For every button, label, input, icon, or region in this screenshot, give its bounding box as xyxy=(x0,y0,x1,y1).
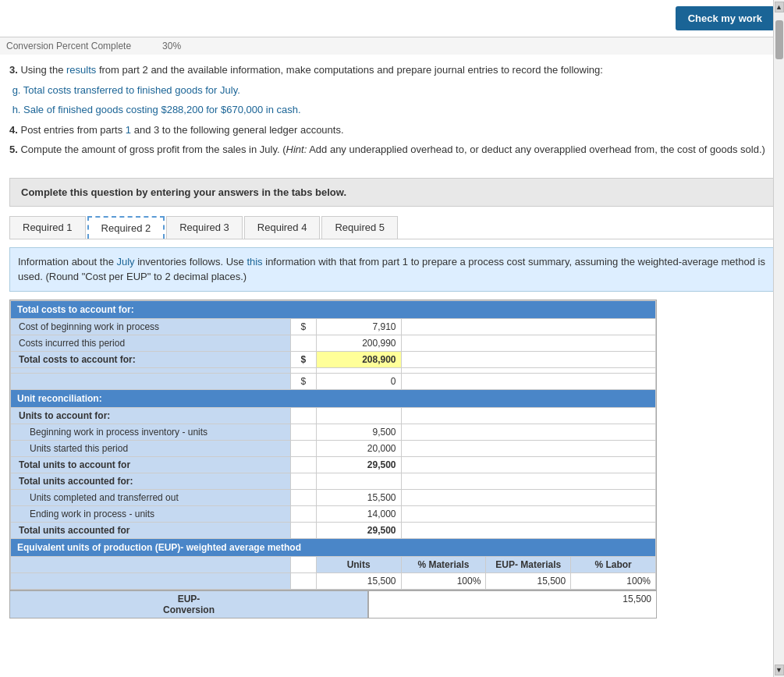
cost-beginning-value: 7,910 xyxy=(316,318,401,335)
eup-partial-row: 15,500 100% 15,500 100% xyxy=(11,572,656,589)
conversion-label: Conversion Percent Complete xyxy=(6,41,131,51)
total-units-account-value: 29,500 xyxy=(316,456,401,473)
instructions: 3. Using the results from part 2 and the… xyxy=(9,55,775,168)
eup-dollar-empty xyxy=(291,556,317,572)
eup-col-units: Units xyxy=(316,556,401,572)
main-table: Total costs to account for: Cost of begi… xyxy=(9,300,657,590)
total-units-account-row: Total units to account for 29,500 xyxy=(11,456,656,473)
total-units-accounted-for-header-row: Total units accounted for: xyxy=(11,473,656,489)
content-area: 3. Using the results from part 2 and the… xyxy=(0,55,784,628)
eup-col-headers-row: Units % Materials EUP- Materials % Labor xyxy=(11,556,656,572)
zero-value[interactable]: 0 xyxy=(316,373,401,389)
tab-required4[interactable]: Required 4 xyxy=(244,216,321,239)
zero-label xyxy=(11,373,291,389)
total-units-account-empty xyxy=(401,456,655,473)
eup-partial-eup-mat[interactable]: 15,500 xyxy=(486,572,571,589)
total-units-accounted-row-value: 29,500 xyxy=(316,522,401,538)
eup-partial-dollar xyxy=(291,572,317,589)
eup-partial-pct-mat[interactable]: 100% xyxy=(401,572,486,589)
bwip-units-row: Beginning work in process inventory - un… xyxy=(11,424,656,440)
tabs-container: Required 1 Required 2 Required 3 Require… xyxy=(9,216,775,239)
eup-col-eup-materials: EUP- Materials xyxy=(486,556,571,572)
eup-conversion-value[interactable]: 15,500 xyxy=(368,590,657,619)
total-costs-row: Total costs to account for: $ 208,900 xyxy=(11,351,656,367)
empty-row xyxy=(11,367,656,373)
total-units-accounted-dollar xyxy=(291,473,317,489)
units-started-row: Units started this period 20,000 xyxy=(11,440,656,456)
units-completed-empty xyxy=(401,489,655,505)
instruction-5: 5. Compute the amount of gross profit fr… xyxy=(9,142,775,158)
units-started-dollar xyxy=(291,440,317,456)
complete-box: Complete this question by entering your … xyxy=(9,178,775,207)
cost-beginning-dollar: $ xyxy=(291,318,317,335)
eup-partial-pct-labor[interactable]: 100% xyxy=(571,572,656,589)
total-costs-dollar: $ xyxy=(291,351,317,367)
scrollbar[interactable]: ▲ ▼ xyxy=(773,0,784,628)
ewip-units-value: 14,000 xyxy=(316,505,401,522)
instruction-g: g. Total costs transferred to finished g… xyxy=(9,83,775,98)
scroll-thumb[interactable] xyxy=(775,20,783,59)
costs-incurred-value: 200,990 xyxy=(316,335,401,351)
total-units-accounted-value xyxy=(316,473,401,489)
costs-incurred-label: Costs incurred this period xyxy=(11,335,291,351)
bottom-hint: EUP-Conversion 15,500 xyxy=(9,590,657,619)
tab-required5[interactable]: Required 5 xyxy=(321,216,398,239)
units-account-dollar xyxy=(291,407,317,424)
eup-header: Equivalent units of production (EUP)- we… xyxy=(11,538,656,556)
ewip-units-label: Ending work in process - units xyxy=(11,505,291,522)
eup-conversion-hint: EUP-Conversion xyxy=(9,590,368,619)
total-units-account-dollar xyxy=(291,456,317,473)
bwip-units-label: Beginning work in process inventory - un… xyxy=(11,424,291,440)
units-completed-dollar xyxy=(291,489,317,505)
check-my-work-button[interactable]: Check my work xyxy=(676,6,775,30)
cost-beginning-row: Cost of beginning work in process $ 7,91… xyxy=(11,318,656,335)
total-units-accounted-row-dollar xyxy=(291,522,317,538)
empty-label xyxy=(11,367,291,373)
ewip-units-dollar xyxy=(291,505,317,522)
scroll-up[interactable]: ▲ xyxy=(775,2,784,12)
total-units-accounted-header: Total units accounted for: xyxy=(11,473,291,489)
eup-header-row: Equivalent units of production (EUP)- we… xyxy=(11,538,656,556)
unit-recon-header: Unit reconciliation: xyxy=(11,389,656,407)
total-units-accounted-label: Total units accounted for xyxy=(11,522,291,538)
bwip-units-value: 9,500 xyxy=(316,424,401,440)
tab-required1[interactable]: Required 1 xyxy=(9,216,86,239)
total-units-accounted-empty xyxy=(401,473,655,489)
total-units-accounted-row: Total units accounted for 29,500 xyxy=(11,522,656,538)
conversion-value: 30% xyxy=(162,41,181,51)
eup-label-empty xyxy=(11,556,291,572)
eup-col-pct-labor: % Labor xyxy=(571,556,656,572)
empty-value xyxy=(316,367,401,373)
units-completed-row: Units completed and transferred out 15,5… xyxy=(11,489,656,505)
instruction-4: 4. Post entries from parts 1 and 3 to th… xyxy=(9,122,775,138)
eup-col-pct-materials: % Materials xyxy=(401,556,486,572)
units-completed-label: Units completed and transferred out xyxy=(11,489,291,505)
units-account-value xyxy=(316,407,401,424)
total-costs-label: Total costs to account for: xyxy=(11,351,291,367)
zero-dollar: $ xyxy=(291,373,317,389)
units-account-header-row: Units to account for: xyxy=(11,407,656,424)
units-completed-value: 15,500 xyxy=(316,489,401,505)
info-box: Information about the July inventories f… xyxy=(9,247,775,292)
units-account-empty xyxy=(401,407,655,424)
tab-required3[interactable]: Required 3 xyxy=(166,216,243,239)
ewip-units-empty xyxy=(401,505,655,522)
eup-partial-units[interactable]: 15,500 xyxy=(316,572,401,589)
units-started-label: Units started this period xyxy=(11,440,291,456)
instruction-h: h. Sale of finished goods costing $288,2… xyxy=(9,102,775,118)
instruction-3: 3. Using the results from part 2 and the… xyxy=(9,62,775,78)
total-units-accounted-row-empty xyxy=(401,522,655,538)
top-bar: Check my work xyxy=(0,0,784,37)
unit-recon-header-row: Unit reconciliation: xyxy=(11,389,656,407)
total-costs-header-row: Total costs to account for: xyxy=(11,300,656,318)
bwip-units-empty xyxy=(401,424,655,440)
ewip-units-row: Ending work in process - units 14,000 xyxy=(11,505,656,522)
tab-required2[interactable]: Required 2 xyxy=(87,216,165,239)
costs-incurred-dollar xyxy=(291,335,317,351)
header-row: Conversion Percent Complete 30% xyxy=(0,37,784,55)
total-costs-empty xyxy=(401,351,655,367)
total-costs-value: 208,900 xyxy=(316,351,401,367)
costs-incurred-row: Costs incurred this period 200,990 xyxy=(11,335,656,351)
total-costs-header: Total costs to account for: xyxy=(11,300,656,318)
units-started-value: 20,000 xyxy=(316,440,401,456)
